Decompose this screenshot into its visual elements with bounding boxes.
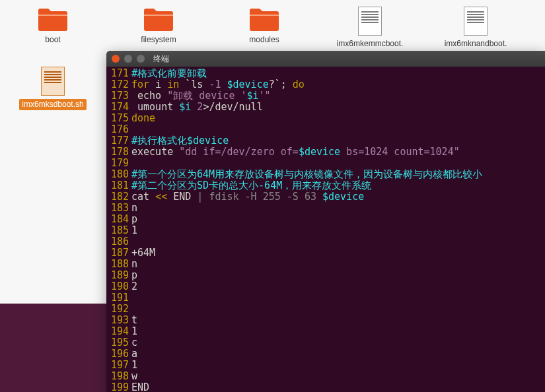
desktop-item-label: imx6mksdboot.sh bbox=[19, 99, 86, 110]
code-line: 171#格式化前要卸载 bbox=[106, 68, 545, 79]
script-file-icon bbox=[358, 7, 382, 36]
code-token: END bbox=[167, 191, 197, 203]
code-token: $device bbox=[299, 146, 340, 158]
code-line: 186 bbox=[106, 236, 545, 247]
code-line: 188n bbox=[106, 259, 545, 270]
line-number: 192 bbox=[106, 304, 131, 315]
folder-icon bbox=[143, 7, 174, 32]
code-token: 1 bbox=[131, 224, 137, 236]
line-number: 171 bbox=[106, 68, 131, 79]
code-token: in bbox=[167, 79, 179, 90]
code-token: << bbox=[155, 191, 167, 203]
code-line: 174 umount $i 2>/dev/null bbox=[106, 102, 545, 113]
desktop-item-label: imx6mknandboot. bbox=[445, 39, 507, 48]
terminal-titlebar[interactable]: 终端 bbox=[106, 51, 545, 67]
code-line: 179 bbox=[106, 158, 545, 169]
line-number: 172 bbox=[106, 79, 131, 90]
desktop-item[interactable]: modules bbox=[211, 7, 317, 44]
code-token: n bbox=[131, 202, 137, 214]
code-token bbox=[191, 101, 197, 113]
code-token: 2 bbox=[131, 280, 137, 292]
line-number: 178 bbox=[106, 147, 131, 158]
line-number: 176 bbox=[106, 124, 131, 135]
code-token: t bbox=[131, 314, 137, 326]
line-number: 193 bbox=[106, 315, 131, 326]
terminal-window[interactable]: 终端 171#格式化前要卸载172for i in `ls -1 $device… bbox=[106, 51, 545, 392]
code-token: done bbox=[131, 112, 155, 124]
line-number: 198 bbox=[106, 371, 131, 382]
line-number: 196 bbox=[106, 348, 131, 360]
desktop-item-label: filesystem bbox=[141, 35, 176, 44]
code-token: execute bbox=[131, 146, 179, 158]
code-token: bs=1024 count=1024" bbox=[340, 146, 460, 158]
code-token: #第一个分区为64M用来存放设备树与内核镜像文件，因为设备树与内核都比较小 bbox=[131, 168, 482, 180]
code-token: a bbox=[131, 348, 137, 360]
code-token: #格式化前要卸载 bbox=[131, 67, 207, 79]
code-token: echo bbox=[131, 90, 167, 102]
maximize-icon[interactable] bbox=[137, 55, 145, 63]
code-line: 177#执行格式化$device bbox=[106, 135, 545, 147]
line-number: 180 bbox=[106, 169, 131, 180]
line-number: 189 bbox=[106, 270, 131, 281]
code-token: $device bbox=[227, 79, 269, 90]
code-token: "卸载 device ' bbox=[167, 90, 246, 102]
line-number: 173 bbox=[106, 90, 131, 102]
close-icon[interactable] bbox=[112, 55, 120, 63]
code-line: 180#第一个分区为64M用来存放设备树与内核镜像文件，因为设备树与内核都比较小 bbox=[106, 169, 545, 180]
code-token: n bbox=[131, 258, 137, 270]
code-line: 195c bbox=[106, 337, 545, 348]
line-number: 190 bbox=[106, 281, 131, 292]
code-line: 176 bbox=[106, 124, 545, 135]
line-number: 179 bbox=[106, 158, 131, 169]
folder-icon bbox=[37, 7, 69, 32]
desktop-item[interactable]: imx6mkemmcboot. bbox=[317, 7, 423, 48]
code-token: for bbox=[131, 79, 149, 90]
code-token: i bbox=[149, 79, 167, 90]
line-number: 195 bbox=[106, 337, 131, 348]
line-number: 187 bbox=[106, 247, 131, 259]
code-token: p bbox=[131, 269, 137, 281]
code-token: '" bbox=[259, 90, 271, 102]
line-number: 188 bbox=[106, 259, 131, 270]
desktop-item-label: modules bbox=[249, 35, 279, 44]
desktop-item[interactable]: imx6mksdboot.sh bbox=[0, 67, 106, 110]
line-number: 181 bbox=[106, 180, 131, 191]
desktop-item[interactable]: filesystem bbox=[106, 7, 211, 44]
desktop-item-label: imx6mkemmcboot. bbox=[337, 39, 404, 48]
script-file-icon bbox=[464, 7, 488, 36]
code-line: 175done bbox=[106, 113, 545, 124]
code-line: 173 echo "卸载 device '$i'" bbox=[106, 90, 545, 102]
code-token: +64M bbox=[131, 247, 155, 259]
minimize-icon[interactable] bbox=[124, 55, 132, 63]
terminal-content[interactable]: 171#格式化前要卸载172for i in `ls -1 $device?`;… bbox=[106, 67, 545, 392]
code-line: 182cat << END | fdisk -H 255 -S 63 $devi… bbox=[106, 191, 545, 203]
line-number: 184 bbox=[106, 214, 131, 225]
code-line: 172for i in `ls -1 $device?`; do bbox=[106, 79, 545, 90]
code-line: 187+64M bbox=[106, 247, 545, 259]
code-token: p bbox=[131, 213, 137, 225]
code-token bbox=[221, 79, 227, 90]
code-token: | fdisk -H 255 -S 63 bbox=[197, 191, 322, 203]
code-line: 1851 bbox=[106, 225, 545, 236]
desktop-item[interactable]: imx6mknandboot. bbox=[423, 7, 528, 48]
desktop-item-label: boot bbox=[45, 35, 60, 44]
code-token: umount bbox=[131, 101, 179, 113]
folder-icon bbox=[248, 7, 280, 32]
line-number: 185 bbox=[106, 225, 131, 236]
code-line: 1971 bbox=[106, 360, 545, 371]
code-line: 189p bbox=[106, 270, 545, 281]
code-token: -1 bbox=[209, 79, 221, 90]
code-token: >/dev/null bbox=[203, 101, 262, 113]
line-number: 191 bbox=[106, 292, 131, 304]
terminal-title: 终端 bbox=[153, 53, 169, 65]
line-number: 199 bbox=[106, 382, 131, 392]
code-line: 1902 bbox=[106, 281, 545, 292]
code-token: do bbox=[293, 79, 305, 90]
line-number: 175 bbox=[106, 113, 131, 124]
code-line: 192 bbox=[106, 304, 545, 315]
code-line: 196a bbox=[106, 348, 545, 360]
desktop-item[interactable]: boot bbox=[0, 7, 106, 44]
code-line: 183n bbox=[106, 203, 545, 214]
code-token: cat bbox=[131, 191, 155, 203]
code-line: 198w bbox=[106, 371, 545, 382]
